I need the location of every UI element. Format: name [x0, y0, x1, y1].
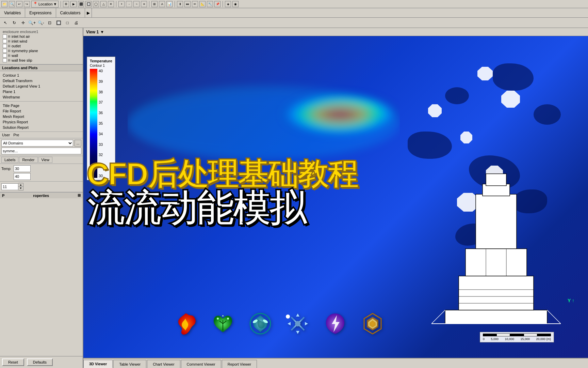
view-dropdown-arrow[interactable]: ▼ [100, 30, 104, 34]
temp-input-1[interactable] [14, 165, 31, 172]
dark-blob-2 [534, 104, 561, 125]
svg-point-20 [222, 315, 224, 317]
plot-plane1[interactable]: Plane 1 [0, 89, 83, 94]
spinner-buttons: ▲ ▼ [18, 183, 23, 190]
report-physics[interactable]: Physics Report [0, 119, 83, 125]
location-button[interactable]: 📍 Location ▼ [31, 1, 59, 7]
svg-line-11 [431, 310, 445, 324]
tree-item-inlet-wind[interactable]: ⊞ inlet wind [0, 39, 83, 44]
reset-button[interactable]: Reset [2, 358, 24, 366]
zoom-fit-icon[interactable]: ⊡ [46, 19, 54, 27]
toolbar-icon-17[interactable]: ⏸ [177, 1, 183, 7]
electro-icon [322, 310, 349, 337]
tab-arrow[interactable]: ▶ [85, 8, 92, 17]
toolbar-icon-4[interactable]: ▶ [70, 1, 77, 7]
viewer-tab-3d[interactable]: 3D Viewer [83, 360, 113, 368]
viewer-tab-table[interactable]: Table Viewer [113, 360, 146, 368]
tab-labels[interactable]: Labels [1, 157, 18, 163]
tree-item-wall[interactable]: ⊞ wall [0, 53, 83, 58]
rotate-icon[interactable]: ↻ [10, 19, 18, 27]
toolbar-icon-19[interactable]: ✏ [192, 1, 198, 7]
tree-item-inlet-hot-air[interactable]: ⊞ inlet hot air [0, 34, 83, 39]
toolbar-icon-16[interactable]: 📊 [166, 1, 173, 7]
toolbar-icon-11[interactable]: - [126, 1, 132, 7]
toolbar-icon-14[interactable]: ⊞ [151, 1, 158, 7]
report-title-page[interactable]: Title Page [0, 103, 83, 108]
domain-dots-button[interactable]: ... [75, 140, 81, 147]
plots-section: Contour 1 Default Transform Default Lege… [0, 71, 83, 102]
report-mesh[interactable]: Mesh Report [0, 114, 83, 119]
toolbar-icon-5[interactable]: ⬛ [78, 1, 84, 7]
defaults-button[interactable]: Defaults [27, 358, 53, 366]
toolbar-icon-3[interactable]: ⚙ [63, 1, 69, 7]
zoom-in-icon[interactable]: 🔍+ [28, 19, 36, 27]
checkbox-wall[interactable] [3, 53, 7, 58]
report-solution[interactable]: Solution Report [0, 125, 83, 130]
tree-item-wall-free-slip[interactable]: ⊞ wall free slip [0, 58, 83, 63]
viewer-tab-comment[interactable]: Comment Viewer [181, 360, 221, 368]
toolbar-icon-24[interactable]: ◉ [232, 1, 239, 7]
domain-select[interactable]: All Domains [1, 140, 73, 147]
svg-marker-28 [296, 313, 299, 317]
temp-input-2[interactable] [14, 173, 31, 180]
legend-panel: Temperature Contour 1 40 39 38 37 36 35 … [87, 57, 115, 180]
checkbox-outlet[interactable] [3, 44, 7, 48]
white-shape-3 [460, 132, 472, 143]
toolbar-icon-13[interactable]: ≡ [141, 1, 147, 7]
toolbar-icon-1[interactable]: 📁 [1, 1, 7, 7]
symme-input[interactable] [1, 148, 81, 154]
toolbar-icon-2[interactable]: 🔍 [9, 1, 15, 7]
plot-default-transform[interactable]: Default Transform [0, 78, 83, 83]
tab-view[interactable]: View [38, 157, 53, 163]
tab-calculators[interactable]: Calculators [56, 8, 85, 17]
report-file[interactable]: File Report [0, 108, 83, 114]
tab-variables[interactable]: Variables [0, 8, 25, 17]
toolbar-icon-18[interactable]: ⏭ [184, 1, 191, 7]
toolbar-icon-7[interactable]: ◯ [93, 1, 99, 7]
plot-contour1[interactable]: Contour 1 [0, 73, 83, 78]
toolbar-icon-6[interactable]: 🔲 [85, 1, 92, 7]
print-icon[interactable]: 🖨 [72, 19, 80, 27]
toolbar-icon-8[interactable]: △ [100, 1, 107, 7]
toolbar-icon-redo[interactable]: ↪ [24, 1, 30, 7]
select-icon[interactable]: □ [63, 19, 71, 27]
reports-section: Title Page File Report Mesh Report Physi… [0, 102, 83, 132]
pre-label: Pre [13, 133, 19, 137]
toolbar-icon-22[interactable]: 📌 [214, 1, 220, 7]
toolbar-icon-15[interactable]: A [159, 1, 165, 7]
toolbar-icon-23[interactable]: ◈ [225, 1, 231, 7]
legend-subtitle: Contour 1 [90, 64, 112, 67]
toolbar-icon-9[interactable]: ✕ [108, 1, 114, 7]
spinner-down[interactable]: ▼ [18, 187, 23, 190]
properties-text: roperties [33, 194, 49, 198]
tree-item-outlet[interactable]: ⊞ outlet [0, 44, 83, 48]
toolbar-icon-10[interactable]: + [118, 1, 125, 7]
checkbox-inlet-hot-air[interactable] [3, 34, 7, 39]
viewer-tab-chart[interactable]: Chart Viewer [147, 360, 180, 368]
temp-label: Temp [1, 167, 12, 171]
properties-expand-icon[interactable]: ⊞ [78, 193, 81, 198]
plot-wireframe[interactable]: Wireframe [0, 94, 83, 100]
toolbar-icon-20[interactable]: 📐 [199, 1, 206, 7]
grid-icon-6: ⊞ [8, 59, 11, 62]
legend-val-36: 36 [99, 111, 103, 115]
region-zoom-icon[interactable]: 🔲 [54, 19, 63, 27]
viewer-tab-report[interactable]: Report Viewer [222, 360, 257, 368]
spinner-input[interactable] [1, 183, 18, 190]
move-icon[interactable]: ✛ [19, 19, 27, 27]
svg-line-12 [547, 310, 561, 324]
checkbox-symmetry[interactable] [3, 49, 7, 53]
zoom-out-icon[interactable]: 🔍- [37, 19, 45, 27]
checkbox-inlet-wind[interactable] [3, 39, 7, 43]
plot-default-legend-view[interactable]: Default Legend View 1 [0, 83, 83, 89]
tab-render[interactable]: Render [19, 157, 37, 163]
cursor-icon[interactable]: ↖ [1, 19, 10, 27]
inlet-wind-label: inlet wind [12, 39, 27, 43]
tab-expressions[interactable]: Expressions [25, 8, 56, 17]
checkbox-wall-free-slip[interactable] [3, 58, 7, 62]
toolbar-icon-12[interactable]: ~ [133, 1, 140, 7]
toolbar-icon-21[interactable]: 🔧 [207, 1, 213, 7]
tree-item-symmetry[interactable]: ⊞ symmetry plane [0, 48, 83, 53]
toolbar-icon-undo[interactable]: ↩ [16, 1, 22, 7]
spinner-up[interactable]: ▲ [18, 183, 23, 187]
